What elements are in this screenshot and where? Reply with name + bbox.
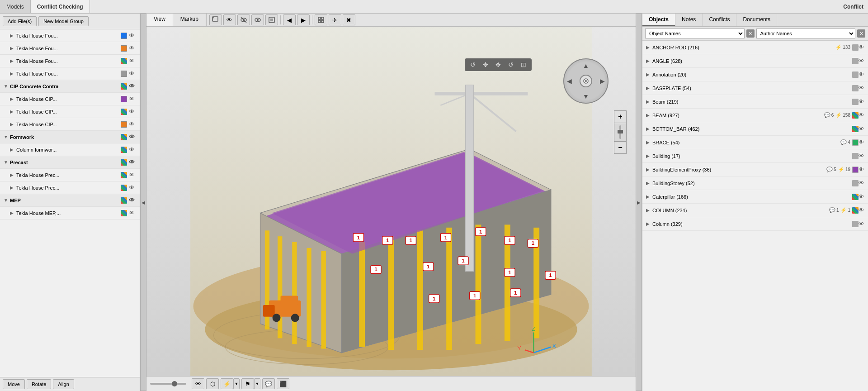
tab-view[interactable]: View bbox=[146, 14, 173, 26]
visibility-eye-icon[interactable]: 👁 bbox=[127, 108, 136, 115]
model-item-8[interactable]: ▶Tekla House CIP...👁 bbox=[0, 118, 140, 131]
nav-circle[interactable]: ▲ ▼ ◀ ▶ bbox=[563, 58, 609, 104]
rotate-button[interactable]: Rotate bbox=[27, 379, 51, 389]
object-list-item[interactable]: ▶ANCHOR ROD (216)⚡133👁 bbox=[642, 41, 868, 54]
object-visibility-eye-icon[interactable]: 👁 bbox=[859, 44, 864, 51]
object-list-item[interactable]: ▶BOTTOM_BAR (462)👁 bbox=[642, 122, 868, 136]
filter2-clear-btn[interactable]: ✕ bbox=[857, 29, 865, 38]
model-item-9[interactable]: ▼Formwork👁 bbox=[0, 131, 140, 143]
visibility-eye-icon[interactable]: 👁 bbox=[127, 121, 136, 128]
vp-flag-btn[interactable]: ⚑ bbox=[241, 378, 254, 389]
close-section-btn[interactable]: ✖ bbox=[343, 14, 355, 25]
object-list-item[interactable]: ▶ANGLE (628)👁 bbox=[642, 54, 868, 68]
model-item-1[interactable]: ▶Tekla House Fou...👁 bbox=[0, 29, 140, 42]
object-visibility-eye-icon[interactable]: 👁 bbox=[859, 57, 864, 64]
move-button[interactable]: Move bbox=[3, 379, 25, 389]
orbit-btn-3[interactable]: ✥ bbox=[494, 60, 503, 69]
tab-conflict-checking[interactable]: Conflict Checking bbox=[31, 0, 90, 13]
tab-conflicts[interactable]: Conflicts bbox=[703, 14, 736, 26]
visibility-eye-icon[interactable]: 👁 bbox=[127, 146, 136, 153]
hide-tool-btn[interactable] bbox=[237, 14, 250, 25]
object-list-item[interactable]: ▶BASEPLATE (54)👁 bbox=[642, 81, 868, 95]
visibility-eye-icon[interactable]: 👁 bbox=[127, 197, 136, 204]
object-list-item[interactable]: ▶Beam (219)👁 bbox=[642, 95, 868, 109]
visibility-eye-icon[interactable]: 👁 bbox=[127, 83, 136, 90]
object-names-filter[interactable]: Object Names bbox=[645, 29, 745, 38]
nav-down[interactable]: ▼ bbox=[583, 93, 589, 100]
object-list-item[interactable]: ▶Caterpillar (166)👁 bbox=[642, 190, 868, 204]
model-item-15[interactable]: ▶Tekla House MEP,...👁 bbox=[0, 207, 140, 219]
new-model-group-button[interactable]: New Model Group bbox=[38, 16, 89, 26]
object-visibility-eye-icon[interactable]: 👁 bbox=[859, 139, 864, 146]
viewport[interactable]: 1 1 1 1 1 1 1 1 1 1 1 1 1 1 1 bbox=[146, 27, 636, 376]
opacity-slider[interactable] bbox=[150, 383, 186, 385]
orbit-btn-1[interactable]: ↺ bbox=[468, 60, 477, 69]
model-item-13[interactable]: ▶Tekla House Prec...👁 bbox=[0, 181, 140, 194]
object-list-item[interactable]: ▶BEAM (927)💬6⚡158👁 bbox=[642, 109, 868, 122]
object-visibility-eye-icon[interactable]: 👁 bbox=[859, 85, 864, 91]
model-item-10[interactable]: ▶Column formwor...👁 bbox=[0, 143, 140, 156]
object-visibility-eye-icon[interactable]: 👁 bbox=[859, 71, 864, 78]
object-list-item[interactable]: ▶BuildingElementProxy (36)💬5⚡19👁 bbox=[642, 163, 868, 176]
orbit-btn-5[interactable]: ⊡ bbox=[519, 60, 528, 69]
fit-all-btn[interactable] bbox=[315, 14, 327, 25]
visibility-eye-icon[interactable]: 👁 bbox=[127, 45, 136, 52]
object-visibility-eye-icon[interactable]: 👁 bbox=[859, 166, 864, 173]
model-item-6[interactable]: ▶Tekla House CIP...👁 bbox=[0, 93, 140, 105]
visibility-eye-icon[interactable]: 👁 bbox=[127, 32, 136, 39]
nav-right[interactable]: ▶ bbox=[600, 77, 605, 85]
right-panel-collapse[interactable]: ▶ bbox=[636, 14, 642, 391]
object-visibility-eye-icon[interactable]: 👁 bbox=[859, 112, 864, 119]
model-item-7[interactable]: ▶Tekla House CIP...👁 bbox=[0, 105, 140, 118]
tab-models[interactable]: Models bbox=[0, 0, 31, 13]
model-item-12[interactable]: ▶Tekla House Prec...👁 bbox=[0, 169, 140, 181]
object-list-item[interactable]: ▶COLUMN (234)💬1⚡1👁 bbox=[642, 204, 868, 217]
object-visibility-eye-icon[interactable]: 👁 bbox=[859, 98, 864, 105]
vp-flag-dropdown[interactable]: ▼ bbox=[254, 378, 260, 389]
visibility-eye-icon[interactable]: 👁 bbox=[127, 57, 136, 64]
orbit-btn-2[interactable]: ✥ bbox=[481, 60, 490, 69]
vp-lightning-dropdown[interactable]: ▼ bbox=[233, 378, 240, 389]
visibility-eye-icon[interactable]: 👁 bbox=[127, 172, 136, 178]
visibility-eye-icon[interactable]: 👁 bbox=[127, 95, 136, 102]
object-visibility-eye-icon[interactable]: 👁 bbox=[859, 180, 864, 186]
visibility-eye-icon[interactable]: 👁 bbox=[127, 134, 136, 140]
object-list-item[interactable]: ▶BRACE (54)💬4👁 bbox=[642, 136, 868, 149]
filter1-clear-btn[interactable]: ✕ bbox=[746, 29, 755, 38]
model-item-3[interactable]: ▶Tekla House Fou...👁 bbox=[0, 55, 140, 67]
object-visibility-eye-icon[interactable]: 👁 bbox=[859, 153, 864, 159]
model-item-14[interactable]: ▼MEP👁 bbox=[0, 194, 140, 207]
show-all-btn[interactable] bbox=[251, 14, 264, 25]
model-item-2[interactable]: ▶Tekla House Fou...👁 bbox=[0, 42, 140, 55]
visibility-eye-icon[interactable]: 👁 bbox=[127, 70, 136, 77]
nav-up[interactable]: ▲ bbox=[583, 62, 589, 69]
nav-center-orbit[interactable] bbox=[580, 75, 592, 87]
vp-section-btn[interactable]: ⬡ bbox=[206, 378, 219, 389]
isolate-btn[interactable] bbox=[265, 14, 278, 25]
forward-btn[interactable]: ▶ bbox=[297, 14, 310, 25]
object-visibility-eye-icon[interactable]: 👁 bbox=[859, 207, 864, 214]
object-list-item[interactable]: ▶Annotation (20)👁 bbox=[642, 68, 868, 81]
tab-markup[interactable]: Markup bbox=[173, 14, 206, 26]
vp-eye-btn[interactable]: 👁 bbox=[192, 378, 204, 389]
visibility-eye-icon[interactable]: 👁 bbox=[127, 184, 136, 191]
align-button[interactable]: Align bbox=[53, 379, 74, 389]
back-btn[interactable]: ◀ bbox=[283, 14, 296, 25]
nav-left[interactable]: ◀ bbox=[567, 77, 572, 85]
tab-notes[interactable]: Notes bbox=[675, 14, 703, 26]
vp-comment-btn[interactable]: 💬 bbox=[262, 378, 275, 389]
vp-square-btn[interactable]: ⬛ bbox=[277, 378, 289, 389]
add-files-button[interactable]: Add File(s) bbox=[3, 16, 37, 26]
model-item-5[interactable]: ▼CIP Concrete Contra👁 bbox=[0, 80, 140, 93]
object-list-item[interactable]: ▶BuildingStorey (52)👁 bbox=[642, 176, 868, 190]
select-tool-btn[interactable] bbox=[209, 14, 222, 25]
object-visibility-eye-icon[interactable]: 👁 bbox=[859, 193, 864, 200]
left-panel-collapse[interactable]: ◀ bbox=[140, 14, 146, 391]
model-item-11[interactable]: ▼Precast👁 bbox=[0, 156, 140, 169]
zoom-out-btn[interactable]: − bbox=[614, 141, 627, 154]
tab-documents[interactable]: Documents bbox=[736, 14, 777, 26]
object-list-item[interactable]: ▶Column (329)👁 bbox=[642, 217, 868, 231]
object-list-item[interactable]: ▶Building (17)👁 bbox=[642, 149, 868, 163]
zoom-in-btn[interactable]: + bbox=[614, 110, 627, 123]
visibility-eye-icon[interactable]: 👁 bbox=[127, 210, 136, 216]
